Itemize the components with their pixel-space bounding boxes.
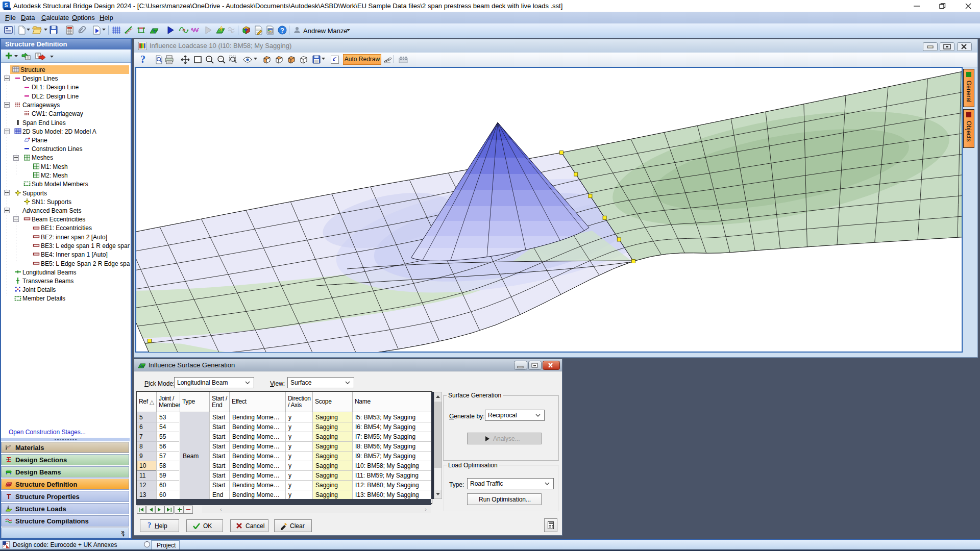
svg-text:?: ?: [140, 54, 145, 65]
svg-text:?: ?: [280, 27, 284, 34]
svg-text:σ: σ: [8, 445, 10, 449]
